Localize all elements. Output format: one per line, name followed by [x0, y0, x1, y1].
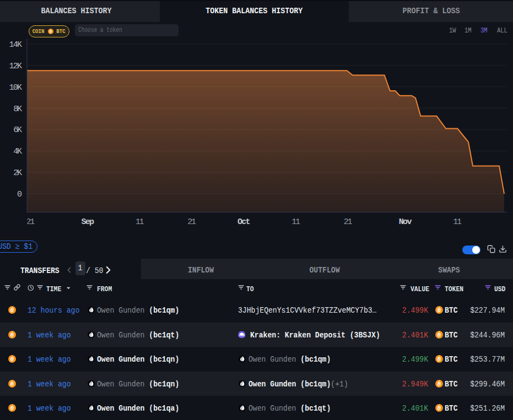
- svg-text:Nov: Nov: [399, 217, 412, 227]
- svg-text:Oct: Oct: [237, 217, 251, 227]
- svg-text:6K: 6K: [13, 126, 22, 135]
- svg-text:12K: 12K: [9, 62, 22, 71]
- svg-text:14K: 14K: [9, 40, 22, 50]
- svg-text:11: 11: [453, 217, 462, 227]
- svg-text:4K: 4K: [13, 147, 22, 156]
- svg-text:21: 21: [344, 217, 353, 227]
- svg-text:Sep: Sep: [81, 217, 94, 227]
- svg-text:21: 21: [187, 217, 196, 227]
- svg-text:0: 0: [17, 190, 22, 199]
- svg-text:10K: 10K: [9, 83, 22, 92]
- svg-text:11: 11: [291, 217, 300, 227]
- svg-text:8K: 8K: [13, 105, 22, 114]
- svg-text:21: 21: [26, 217, 35, 227]
- svg-text:2K: 2K: [13, 168, 22, 178]
- svg-text:11: 11: [136, 217, 144, 227]
